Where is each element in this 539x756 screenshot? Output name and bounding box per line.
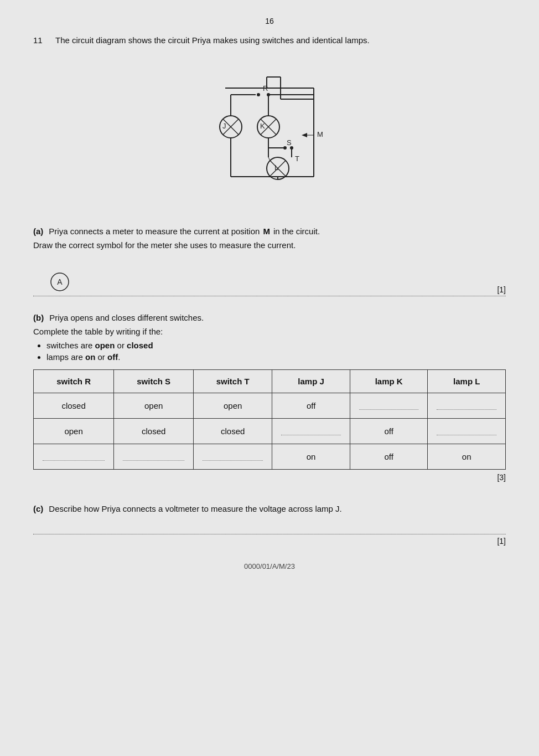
row1-lamp-j: off [272, 393, 350, 419]
page-number: 16 [33, 17, 506, 25]
footer-code: 0000/01/A/M/23 [33, 562, 506, 570]
row3-lamp-j: on [272, 444, 350, 470]
part-c-text: (c) Describe how Priya connects a voltme… [33, 504, 506, 513]
answer-line-a[interactable] [33, 296, 506, 296]
row3-switch-t[interactable] [194, 444, 272, 470]
svg-text:K: K [260, 122, 265, 130]
bullet-item-2: lamps are on or off. [46, 352, 506, 362]
table-row-3: on off on [34, 444, 506, 470]
part-b-label: (b) [33, 313, 44, 322]
svg-text:M: M [317, 130, 323, 138]
part-a-section: (a) Priya connects a meter to measure th… [33, 227, 506, 296]
part-a-label: (a) [33, 227, 43, 236]
row1-lamp-k[interactable] [350, 393, 428, 419]
row1-switch-r: closed [34, 393, 114, 419]
circuit-diagram: R J K L M S T [33, 55, 506, 210]
answer-line-c[interactable] [33, 521, 506, 534]
part-b-section: (b) Priya opens and closes different swi… [33, 313, 506, 482]
svg-line-32 [268, 157, 270, 161]
row1-lamp-k-input[interactable] [359, 400, 419, 410]
draw-area: A [1] [33, 263, 506, 296]
row3-lamp-k: off [350, 444, 428, 470]
page: 16 11 The circuit diagram shows the circ… [0, 0, 539, 756]
part-a-text: (a) Priya connects a meter to measure th… [33, 227, 506, 236]
header-lamp-j: lamp J [272, 370, 350, 393]
row2-lamp-j-input[interactable] [281, 425, 341, 435]
part-c-description: Describe how Priya connects a voltmeter … [49, 504, 341, 513]
row2-lamp-k: off [350, 419, 428, 444]
table-row-2: open closed closed off [34, 419, 506, 444]
part-b-text: (b) Priya opens and closes different swi… [33, 313, 506, 322]
row2-switch-t: closed [194, 419, 272, 444]
row3-lamp-l: on [428, 444, 506, 470]
header-switch-s: switch S [114, 370, 194, 393]
part-b-text2: Complete the table by writing if the: [33, 327, 506, 336]
svg-text:R: R [263, 84, 268, 92]
mark-c: [1] [33, 537, 506, 546]
row3-switch-s-input[interactable] [123, 451, 184, 461]
part-c-label: (c) [33, 504, 43, 513]
mark-a: [1] [497, 285, 506, 294]
row3-switch-r-input[interactable] [43, 451, 105, 461]
row1-switch-s: open [114, 393, 194, 419]
svg-text:T: T [295, 155, 299, 163]
ammeter-symbol: A [50, 272, 70, 292]
svg-text:S: S [287, 138, 292, 147]
row1-lamp-l-input[interactable] [437, 400, 496, 410]
part-b-instruction: Complete the table by writing if the: [33, 327, 163, 336]
svg-marker-35 [302, 133, 307, 137]
part-a-text3: Draw the correct symbol for the meter sh… [33, 240, 296, 250]
header-lamp-l: lamp L [428, 370, 506, 393]
bullet-item-1: switches are open or closed [46, 341, 506, 350]
bullet-list: switches are open or closed lamps are on… [46, 341, 506, 362]
circuit-table: switch R switch S switch T lamp J lamp K… [33, 369, 506, 470]
question-text: The circuit diagram shows the circuit Pr… [55, 35, 370, 45]
svg-point-8 [257, 93, 260, 96]
part-a-bold: M [263, 227, 270, 236]
row2-switch-s: closed [114, 419, 194, 444]
part-b-text1: Priya opens and closes different switche… [49, 313, 204, 322]
row1-lamp-l[interactable] [428, 393, 506, 419]
row3-switch-r[interactable] [34, 444, 114, 470]
circuit-svg: R J K L M S T [181, 55, 358, 210]
row2-lamp-l-input[interactable] [437, 425, 496, 435]
question-header: 11 The circuit diagram shows the circuit… [33, 35, 506, 45]
row2-lamp-l[interactable] [428, 419, 506, 444]
part-a-instruction: Draw the correct symbol for the meter sh… [33, 240, 506, 250]
table-mark: [3] [33, 473, 506, 482]
table-row-1: closed open open off [34, 393, 506, 419]
row3-switch-s[interactable] [114, 444, 194, 470]
row2-lamp-j[interactable] [272, 419, 350, 444]
question-number: 11 [33, 35, 49, 45]
table-header-row: switch R switch S switch T lamp J lamp K… [34, 370, 506, 393]
part-a-text2: in the circuit. [273, 227, 320, 236]
svg-text:A: A [57, 277, 63, 286]
row3-switch-t-input[interactable] [203, 451, 263, 461]
part-c-section: (c) Describe how Priya connects a voltme… [33, 504, 506, 546]
svg-text:J: J [222, 122, 226, 130]
header-switch-t: switch T [194, 370, 272, 393]
part-a-text1: Priya connects a meter to measure the cu… [49, 227, 260, 236]
svg-text:L: L [274, 163, 278, 172]
bullet-text-1: switches are open or closed [46, 341, 153, 350]
row2-switch-r: open [34, 419, 114, 444]
bullet-text-2: lamps are on or off. [46, 352, 120, 362]
row1-switch-t: open [194, 393, 272, 419]
header-switch-r: switch R [34, 370, 114, 393]
header-lamp-k: lamp K [350, 370, 428, 393]
